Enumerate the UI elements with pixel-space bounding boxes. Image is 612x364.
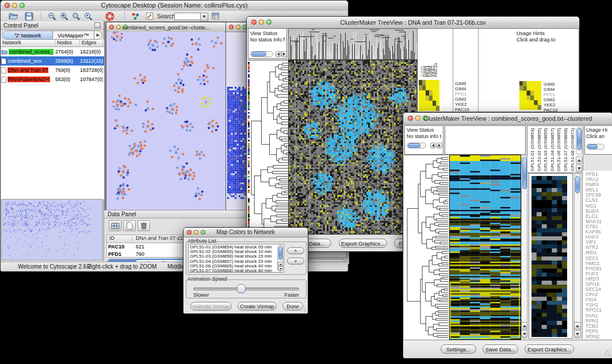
treeview1-column-dendrogram[interactable] <box>288 28 418 60</box>
dialog-titlebar[interactable]: Map Colors to Network <box>183 228 308 237</box>
column-labels-vscrollbar[interactable] <box>576 127 582 155</box>
treeview1-titlebar[interactable]: ClusterMaker TreeView : DNA and Tran 07-… <box>247 17 579 29</box>
scroll-down-button[interactable] <box>574 330 581 338</box>
network-table-row[interactable]: RNAPuberNov2+! 563(0) 107847(0) <box>1 75 104 84</box>
scroll-down-button[interactable] <box>521 330 527 338</box>
treeview1-zoom-matrix-labels: GIM5GIM4PFD1GIM3YKE2PAC10 <box>544 82 558 113</box>
matrix-row-label: YKE2 <box>455 102 469 107</box>
treeview2-titlebar[interactable]: ClusterMaker TreeView : combined_scores_… <box>403 113 612 125</box>
data-panel-title: Data Panel <box>108 211 136 217</box>
column-header-id[interactable]: ID <box>107 235 132 243</box>
delete-attribute-icon[interactable] <box>137 220 150 231</box>
tab-overflow-arrow[interactable]: ▶ <box>94 31 102 39</box>
scroll-left-button[interactable] <box>430 143 436 148</box>
scroll-up-button[interactable] <box>574 322 581 329</box>
control-panel-header: Control Panel <box>1 21 104 30</box>
scroll-down-button[interactable] <box>278 266 283 271</box>
network-table-row[interactable]: combined_sco 2569(6) 13112(15) <box>1 56 104 66</box>
treeview2-gene-labels-panel[interactable]: PFD1YRA1RNR4MSL1SPC98CLN1NIS1BUD4ELG1MAK… <box>582 171 612 339</box>
birdseye-view[interactable] <box>1 199 103 260</box>
toolbar-separator <box>124 12 125 21</box>
scrollbar-thumb[interactable] <box>278 246 282 260</box>
save-data-button[interactable]: Save Data... <box>483 344 518 354</box>
treeview2-row-dendrogram[interactable] <box>404 155 448 339</box>
column-header[interactable]: Network <box>1 40 55 47</box>
view-status-text: No status info f <box>250 37 285 43</box>
treeview1-heatmap[interactable] <box>288 60 418 235</box>
attribute-table-icon[interactable] <box>109 220 121 231</box>
attribute-listbox[interactable]: GPL51-01 (GSM854) heat shock 05 minGPL51… <box>188 244 284 273</box>
scroll-up-button[interactable] <box>521 322 527 329</box>
network-table-row[interactable]: combined_scores_ 2764(0) 16218(0) <box>1 47 104 56</box>
column-header[interactable]: Edges <box>80 40 103 47</box>
scrollbar-thumb[interactable] <box>575 176 580 193</box>
view-status-hscrollbar[interactable] <box>407 143 426 148</box>
float-panel-icon[interactable] <box>94 22 101 28</box>
scrollbar-thumb[interactable] <box>251 52 266 56</box>
close-button[interactable] <box>229 25 234 29</box>
resize-grip[interactable] <box>605 350 611 357</box>
minimize-button[interactable] <box>236 25 240 29</box>
speed-slider-track[interactable] <box>193 288 299 290</box>
toolbar-separator <box>41 12 41 21</box>
window-controls[interactable] <box>229 25 247 29</box>
create-vizmap-button[interactable]: Create Vizmap <box>238 302 277 311</box>
usage-hints-text: Click an <box>586 133 605 139</box>
treeview1-title: ClusterMaker TreeView : DNA and Tran 07-… <box>247 19 579 26</box>
search-dropdown-button[interactable] <box>200 13 208 21</box>
main-titlebar[interactable]: Cytoscape Desktop (Session Name: collins… <box>1 1 348 12</box>
treeview2-button-bar: Settings... Save Data... Export Graphics… <box>403 340 612 358</box>
speed-slider-thumb[interactable] <box>237 284 246 293</box>
treeview2-window: ClusterMaker TreeView : combined_scores_… <box>403 112 612 358</box>
move-up-button[interactable]: ∧ <box>287 247 304 254</box>
matrix-row-label: GIM3 <box>544 97 558 102</box>
export-graphics-button[interactable]: Export Graphics... <box>525 344 574 354</box>
treeview2-zoom-panel[interactable] <box>529 173 573 339</box>
animate-vizmap-button[interactable]: Animate Vizmap <box>190 302 232 311</box>
matrix-row-label: PAC10 <box>455 107 469 112</box>
scrollbar-thumb[interactable] <box>587 144 598 149</box>
column-header[interactable]: Nodes <box>55 40 80 47</box>
treeview1-row-dendrogram[interactable] <box>248 60 288 234</box>
heatmap-vscrollbar[interactable] <box>521 155 527 339</box>
scrollbar-thumb[interactable] <box>577 128 582 150</box>
array-column-label: GPL51-08 (GSM872) <box>570 128 575 171</box>
network-table-row[interactable]: DNA and Tran 07 769(0) 183728(0) <box>1 66 104 75</box>
network-canvas[interactable] <box>106 32 224 209</box>
usage-hints-hscrollbar[interactable] <box>586 144 605 150</box>
move-down-button[interactable]: ∨ <box>287 258 304 265</box>
scroll-up-button[interactable] <box>278 262 283 266</box>
resize-grip[interactable] <box>300 306 307 312</box>
treeview2-heatmap[interactable] <box>449 155 521 340</box>
array-column-label: GPL51-06 (GSM865) <box>556 128 561 171</box>
search-input[interactable] <box>174 13 201 20</box>
dense-network-canvas[interactable] <box>227 87 247 200</box>
scroll-up-button[interactable] <box>576 156 582 164</box>
treeview1-global-matrix[interactable] <box>419 80 439 111</box>
treeview1-zoom-matrix[interactable] <box>519 81 541 110</box>
scrollbar-thumb[interactable] <box>408 143 420 148</box>
map-colors-dialog: Map Colors to Network Attribute List GPL… <box>183 227 308 314</box>
control-panel-tabs: Network VizMapper™ ▶ <box>2 30 102 40</box>
matrix-row-label: GIM4 <box>455 86 469 91</box>
attribute-item[interactable]: GPL51-07 (GSM868) heat shock 60 min <box>190 269 272 273</box>
animation-speed-groupbox: Slower Faster <box>186 279 307 298</box>
scroll-right-button[interactable] <box>281 51 287 57</box>
network-view-titlebar[interactable]: combined_scores_good.txt--cluste... <box>106 22 225 32</box>
gene-list-vscrollbar[interactable] <box>574 173 581 339</box>
treeview2-column-dendrogram[interactable] <box>445 125 526 155</box>
new-attribute-icon[interactable] <box>123 220 136 231</box>
settings-button[interactable]: Settings... <box>441 344 476 354</box>
view-status-hscrollbar[interactable] <box>250 51 273 57</box>
slower-label: Slower <box>193 292 209 298</box>
attribute-list-vscrollbar[interactable] <box>277 245 283 271</box>
tab-vizmapper[interactable]: VizMapper™ <box>53 31 94 39</box>
scrollbar-thumb[interactable] <box>522 157 527 189</box>
view-status-text: No status info t <box>407 133 441 139</box>
export-graphics-button[interactable]: Export Graphics... <box>339 239 387 248</box>
tab-network[interactable]: Network <box>3 31 53 39</box>
scroll-down-button[interactable] <box>576 164 582 172</box>
scroll-right-button[interactable] <box>437 143 442 148</box>
scroll-left-button[interactable] <box>276 51 281 57</box>
matrix-row-label: GIM4 <box>544 87 558 92</box>
